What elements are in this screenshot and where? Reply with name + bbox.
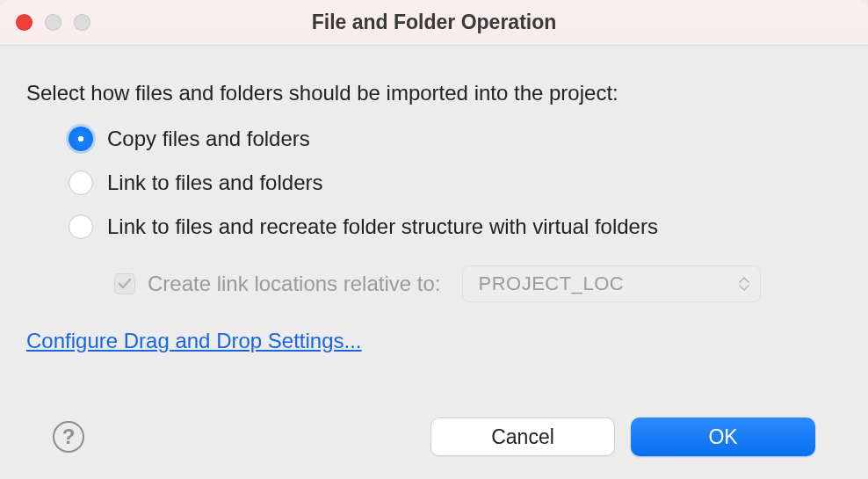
radio-option-link[interactable]: Link to files and folders bbox=[69, 171, 842, 195]
maximize-icon bbox=[74, 14, 90, 31]
select-value: PROJECT_LOC bbox=[479, 272, 625, 295]
close-icon[interactable] bbox=[16, 14, 33, 31]
cancel-button[interactable]: Cancel bbox=[430, 417, 615, 456]
radio-label: Copy files and folders bbox=[107, 127, 310, 151]
titlebar: File and Folder Operation bbox=[0, 0, 868, 46]
radio-icon bbox=[69, 127, 93, 151]
import-mode-radio-group: Copy files and folders Link to files and… bbox=[69, 127, 842, 258]
dialog-window: File and Folder Operation Select how fil… bbox=[0, 0, 868, 479]
check-icon bbox=[118, 277, 132, 291]
minimize-icon bbox=[45, 14, 61, 31]
window-title: File and Folder Operation bbox=[0, 11, 868, 34]
radio-label: Link to files and recreate folder struct… bbox=[107, 214, 658, 239]
ok-button[interactable]: OK bbox=[631, 417, 815, 456]
radio-icon bbox=[69, 171, 93, 195]
relative-path-row: Create link locations relative to: PROJE… bbox=[114, 265, 842, 302]
radio-option-copy[interactable]: Copy files and folders bbox=[69, 127, 842, 151]
dialog-content: Select how files and folders should be i… bbox=[0, 46, 868, 479]
relative-label: Create link locations relative to: bbox=[148, 272, 441, 296]
relative-select: PROJECT_LOC bbox=[462, 265, 761, 302]
configure-drag-drop-link[interactable]: Configure Drag and Drop Settings... bbox=[26, 329, 842, 353]
chevron-up-down-icon bbox=[739, 277, 749, 291]
relative-checkbox bbox=[114, 273, 135, 294]
dialog-footer: ? Cancel OK bbox=[26, 417, 842, 479]
radio-label: Link to files and folders bbox=[107, 171, 322, 195]
traffic-lights bbox=[16, 14, 90, 31]
radio-option-virtual[interactable]: Link to files and recreate folder struct… bbox=[69, 214, 842, 239]
help-icon[interactable]: ? bbox=[53, 421, 84, 453]
prompt-text: Select how files and folders should be i… bbox=[26, 81, 842, 105]
radio-icon bbox=[69, 214, 93, 239]
